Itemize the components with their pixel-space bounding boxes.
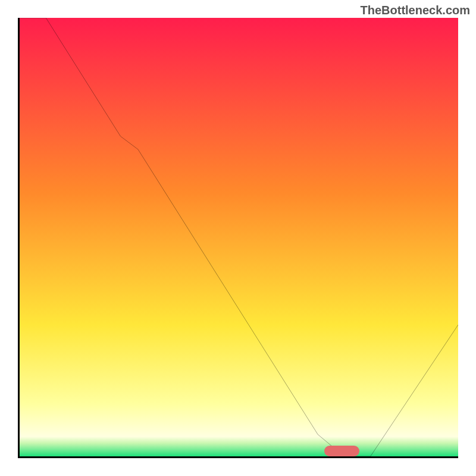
bottleneck-curve (20, 18, 458, 456)
optimal-marker (324, 446, 359, 456)
chart-container: TheBottleneck.com (0, 0, 476, 476)
plot-area (20, 18, 458, 456)
watermark-text: TheBottleneck.com (361, 4, 470, 17)
